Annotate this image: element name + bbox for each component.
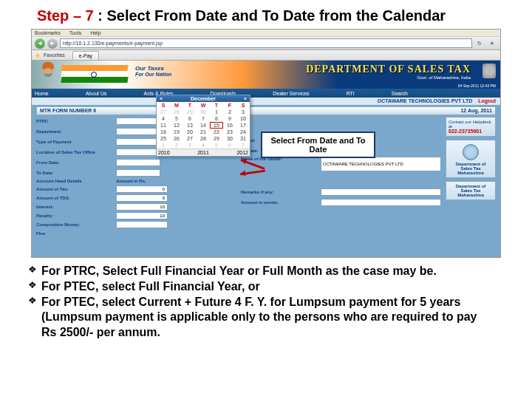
cal-day[interactable]: 10 (236, 115, 250, 122)
fromdate-input[interactable] (116, 159, 160, 166)
penalty-input[interactable]: 10 (116, 212, 168, 219)
form-title: MTR FORM NUMBER 6 (40, 108, 96, 114)
cal-next-year[interactable]: 2012 (236, 150, 248, 155)
amt-tax-input[interactable]: 0 (116, 185, 168, 193)
address-bar[interactable]: http://10.1.2.130/e-payments/e-payment.j… (60, 38, 472, 48)
cal-day[interactable]: 9 (223, 115, 236, 122)
browser-tab[interactable]: e-Pay (72, 51, 99, 60)
cal-day[interactable]: 3 (236, 109, 250, 115)
cal-day[interactable]: 16 (223, 122, 236, 129)
cal-day[interactable]: 28 (170, 109, 183, 115)
cal-day[interactable]: 2 (223, 109, 236, 115)
logout-link[interactable]: Logout (478, 98, 496, 103)
cal-day[interactable]: 27 (183, 135, 197, 142)
date-picker-calendar[interactable]: « December » SMTWTFS27282930123456789101… (156, 95, 250, 157)
emblem-icon (482, 64, 496, 78)
amt-tax-label: Amount of Tax: (36, 187, 116, 191)
cal-prev-year[interactable]: 2010 (158, 150, 170, 155)
interest-label: Interest: (36, 205, 116, 209)
cal-day-header: M (170, 102, 183, 109)
cal-day[interactable]: 23 (223, 129, 236, 135)
nav-home[interactable]: Home (35, 91, 49, 96)
cal-day[interactable]: 31 (236, 135, 250, 142)
stop-button[interactable]: ✕ (487, 41, 497, 47)
bullet-2: For PTEC, select Full Financial Year, or (41, 279, 260, 295)
cal-day[interactable]: 3 (183, 142, 197, 149)
cal-day[interactable]: 21 (197, 129, 210, 135)
cal-day[interactable]: 6 (183, 115, 197, 122)
bullet-icon: ❖ (28, 295, 41, 310)
cal-day[interactable]: 20 (183, 129, 197, 135)
cal-day[interactable]: 4 (197, 142, 210, 149)
dept-label: Department (36, 129, 116, 134)
cal-day[interactable]: 13 (183, 122, 197, 129)
form-title-bar: MTR FORM NUMBER 6 12 Aug, 2011 (36, 106, 496, 115)
loc-label: Location of Sales Tax Office (36, 150, 116, 154)
star-icon[interactable]: ★ (35, 52, 41, 59)
cal-day-header: S (157, 102, 170, 109)
cal-day-header: T (183, 102, 197, 109)
amt-tds-label: Amount of TDS: (36, 196, 116, 200)
interest-input[interactable]: 10 (116, 203, 168, 211)
form-date: 12 Aug, 2011 (460, 108, 492, 114)
cal-day[interactable]: 30 (223, 135, 236, 142)
cal-next-month[interactable]: » (242, 96, 249, 101)
cal-day[interactable]: 29 (183, 109, 197, 115)
cal-day[interactable]: 4 (157, 115, 170, 122)
cal-day[interactable]: 8 (210, 115, 223, 122)
nav-search[interactable]: Search (392, 91, 408, 96)
amt-tds-input[interactable]: 0 (116, 194, 168, 202)
cal-day[interactable]: 15 (210, 122, 223, 129)
todate-input[interactable] (116, 169, 160, 177)
nav-about[interactable]: About Us (86, 91, 107, 96)
cal-prev-month[interactable]: « (157, 96, 165, 101)
step-label: Step – 7 (37, 7, 94, 24)
cal-day[interactable]: 5 (170, 115, 183, 122)
back-button[interactable]: ◄ (35, 38, 45, 49)
words-input[interactable] (321, 199, 441, 206)
cal-day[interactable]: 27 (157, 109, 170, 115)
menu-tools[interactable]: Tools (69, 30, 81, 35)
cal-day[interactable]: 17 (236, 122, 250, 129)
cal-day[interactable]: 19 (170, 129, 183, 135)
refresh-button[interactable]: ↻ (474, 41, 485, 47)
cal-day[interactable]: 26 (170, 135, 183, 142)
calendar-header: « December » (157, 95, 250, 102)
helpdesk-box: Contact our Helpdesk at 022-23735601 (446, 117, 496, 137)
dealer-input[interactable]: OCTAWARE TECHNOLOGIES PVT LTD (321, 157, 441, 171)
menu-bookmarks[interactable]: Bookmarks (35, 30, 61, 35)
cal-day[interactable]: 30 (197, 109, 210, 115)
cal-day[interactable]: 29 (210, 135, 223, 142)
cal-day[interactable]: 1 (157, 142, 170, 149)
type-label: Type of Payment (36, 140, 116, 144)
cal-day-header: T (210, 102, 223, 109)
cal-day[interactable]: 11 (157, 122, 170, 129)
menu-help[interactable]: Help (90, 30, 100, 35)
nav-rti[interactable]: RTI (347, 91, 355, 96)
cal-month-label: December (191, 96, 216, 101)
cal-day[interactable]: 28 (197, 135, 210, 142)
cal-day[interactable]: 7 (236, 142, 250, 149)
comp-input[interactable] (116, 221, 168, 228)
cal-day[interactable]: 7 (197, 115, 210, 122)
cal-day[interactable]: 14 (197, 122, 210, 129)
helpdesk-phone: 022-23735601 (449, 129, 493, 134)
instruction-bullets: ❖ For PTRC, Select Full Financial Year o… (0, 258, 532, 341)
cal-day[interactable]: 24 (236, 129, 250, 135)
cal-day[interactable]: 1 (210, 109, 223, 115)
forward-button[interactable]: ► (47, 38, 58, 49)
cal-day[interactable]: 5 (210, 142, 223, 149)
remarks-input[interactable] (321, 188, 441, 196)
calendar-footer: 2010 2011 2012 (157, 149, 250, 156)
cal-day[interactable]: 25 (157, 135, 170, 142)
bullet-icon: ❖ (28, 279, 41, 295)
cal-day[interactable]: 18 (157, 129, 170, 135)
cal-day[interactable]: 12 (170, 122, 183, 129)
cal-day[interactable]: 6 (223, 142, 236, 149)
page-content: Our TaxesFor Our Nation DEPARTMENT OF SA… (32, 61, 500, 257)
cal-day[interactable]: 2 (170, 142, 183, 149)
cal-day[interactable]: 22 (210, 129, 223, 135)
nav-dealer[interactable]: Dealer Services (273, 91, 309, 96)
favorites-label[interactable]: Favorites (44, 52, 65, 58)
cal-year: 2011 (197, 150, 209, 155)
